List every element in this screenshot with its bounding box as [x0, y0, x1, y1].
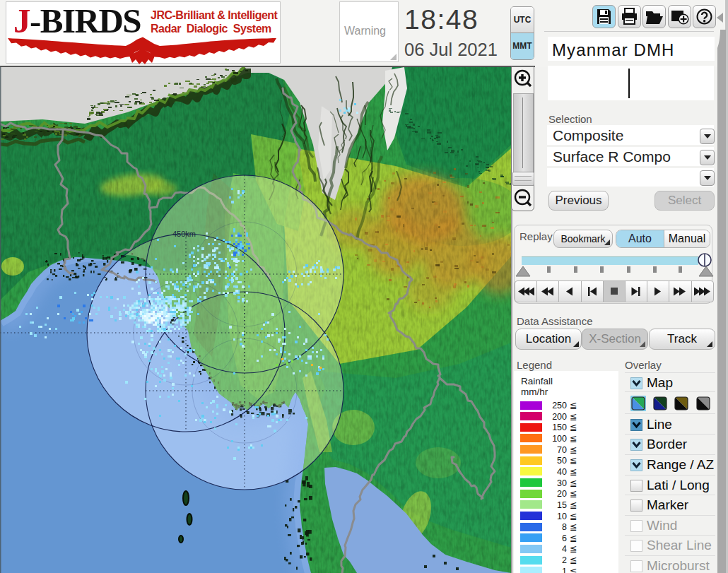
svg-text:450km: 450km: [172, 230, 196, 238]
